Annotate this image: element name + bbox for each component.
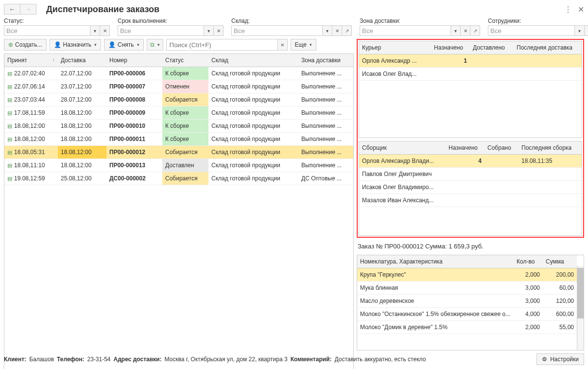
courier-col-header[interactable]: Последняя доставка (514, 41, 582, 54)
cell-warehouse: Склад готовой продукции (208, 146, 298, 159)
table-row[interactable]: Исаков Олег Владимиро... (359, 181, 582, 194)
table-row[interactable]: ▤17.08,11:5918.08,12:00ПР00-000009К сбор… (4, 106, 353, 120)
picker-col-header[interactable]: Собрано (484, 141, 519, 155)
courier-col-header[interactable]: Курьер (359, 41, 431, 54)
clear-icon[interactable]: ✕ (461, 25, 470, 36)
document-icon: ▤ (7, 84, 12, 89)
cell-num: ПР00-000012 (106, 146, 162, 159)
revoke-button[interactable]: 👤 Снять ▾ (104, 39, 144, 51)
forward-button[interactable]: → (20, 4, 36, 15)
cell-zone: Выполнение ... (298, 93, 353, 106)
plus-icon: ⊕ (8, 41, 13, 48)
cell-qty: 3,000 (514, 295, 543, 308)
courier-col-header[interactable]: Назначено (431, 41, 470, 54)
courier-col-header[interactable]: Доставлено (470, 41, 514, 54)
cell-accepted: ▤22.07,06:14 (4, 80, 58, 93)
dropdown-icon[interactable]: ▾ (575, 25, 585, 36)
filter-staff-input[interactable] (488, 25, 575, 36)
assign-button[interactable]: 👤 Назначить ▾ (50, 39, 101, 51)
table-row[interactable]: Мазалов Иван Александ... (359, 194, 582, 207)
dropdown-icon[interactable]: ▾ (204, 25, 214, 36)
vscrollbar[interactable] (577, 266, 584, 350)
courier-table[interactable]: КурьерНазначеноДоставленоПоследняя доста… (359, 41, 582, 81)
table-row[interactable]: Павлов Олег Дмитриевич (359, 168, 582, 181)
items-col-header[interactable]: Сумма (543, 255, 577, 268)
orders-col-header[interactable]: Номер (106, 54, 162, 67)
cell-status: К сборке (162, 67, 208, 80)
table-row[interactable]: ▤23.07,03:4428.07,12:00ПР00-000008Собира… (4, 93, 353, 106)
cell-num: ПР00-000013 (106, 159, 162, 172)
items-col-header[interactable]: Кол-во (514, 255, 543, 268)
table-row[interactable]: Молоко "Останкинское" 1.5% обезжиренное … (357, 308, 577, 321)
table-row[interactable]: ▤18.08,12:0018.08,12:00ПР00-000011К сбор… (4, 133, 353, 146)
table-row[interactable]: Мука блинная3,00060,00 (357, 281, 577, 295)
dropdown-icon[interactable]: ▾ (90, 25, 100, 36)
client-label: Клиент: (4, 356, 26, 363)
clear-icon[interactable]: ✕ (100, 25, 110, 36)
cell-last (519, 181, 582, 194)
filter-warehouse-input[interactable] (231, 25, 323, 36)
orders-col-header[interactable]: Доставка (58, 54, 106, 67)
create-button[interactable]: ⊕ Создать... (4, 39, 47, 51)
dropdown-icon[interactable]: ▾ (451, 25, 461, 36)
cell-assigned: 4 (446, 155, 484, 168)
cell-name: Исаков Олег Влад... (359, 68, 431, 81)
clear-search-icon[interactable]: ✕ (278, 39, 288, 51)
filter-deadline-input[interactable] (118, 25, 204, 36)
cell-warehouse: Склад готовой продукции (208, 133, 298, 146)
cell-warehouse: Склад готовой продукции (208, 67, 298, 80)
clear-icon[interactable]: ✕ (585, 25, 588, 36)
table-row[interactable]: ▤22.07,06:1423.07,12:00ПР00-000007Отмене… (4, 80, 353, 93)
table-row[interactable]: Крупа "Геркулес"2,000200,00 (357, 268, 577, 281)
table-row[interactable]: ▤18.08,11:1018.08,12:00ПР00-000013Достав… (4, 159, 353, 172)
table-row[interactable]: ▤22.07,02:4022.07,12:00ПР00-000006К сбор… (4, 67, 353, 80)
table-row[interactable]: Исаков Олег Влад... (359, 68, 582, 81)
filter-zone-label: Зона доставки: (360, 18, 480, 24)
cell-num: ДС00-000002 (106, 172, 162, 185)
orders-col-header[interactable]: Статус (162, 54, 208, 67)
open-icon[interactable]: ↗ (342, 25, 352, 36)
cell-zone: Выполнение ... (298, 80, 353, 93)
cell-picked (484, 155, 519, 168)
dropdown-icon[interactable]: ▾ (323, 25, 332, 36)
table-row[interactable]: ▤19.08,12:5925.08,12:00ДС00-000002Собира… (4, 172, 353, 185)
table-row[interactable]: Орлов Александр ...1 (359, 54, 582, 68)
table-row[interactable]: ▤18.08,12:0018.08,12:00ПР00-000010К сбор… (4, 120, 353, 133)
orders-table[interactable]: Принят↓ДоставкаНомерСтатусСкладЗона дост… (4, 54, 353, 185)
cell-status: К сборке (162, 120, 208, 133)
orders-col-header[interactable]: Зона доставки (298, 54, 353, 67)
table-row[interactable]: Масло деревенское3,000120,00 (357, 295, 577, 308)
orders-col-header[interactable]: Принят↓ (4, 54, 58, 67)
picker-col-header[interactable]: Последняя сборка (519, 141, 582, 155)
picker-col-header[interactable]: Сборщик (359, 141, 446, 155)
table-row[interactable]: Молоко "Домик в деревне" 1.5%2,00055,00 (357, 321, 577, 334)
search-input[interactable] (166, 39, 278, 51)
picker-table[interactable]: СборщикНазначеноСобраноПоследняя сборка … (359, 141, 582, 207)
clear-icon[interactable]: ✕ (214, 25, 224, 36)
copy-button[interactable]: ⧉ ▾ (147, 39, 163, 51)
settings-button[interactable]: ⚙ Настройки (536, 353, 584, 365)
cell-assigned (446, 168, 484, 181)
open-icon[interactable]: ↗ (470, 25, 480, 36)
cell-delivered (470, 68, 514, 81)
table-row[interactable]: Орлов Александр Влади...418.08,11:35 (359, 155, 582, 168)
table-row[interactable]: ▤18.08,05:3118.08,12:00ПР00-000012Собира… (4, 146, 353, 159)
cell-name: Павлов Олег Дмитриевич (359, 168, 446, 181)
cell-name: Масло деревенское (357, 295, 514, 308)
cell-accepted: ▤17.08,11:59 (4, 106, 58, 120)
clear-icon[interactable]: ✕ (332, 25, 342, 36)
close-icon[interactable]: ✕ (578, 5, 584, 14)
items-col-header[interactable]: Номеклатура, Характеристика (357, 255, 514, 268)
kebab-icon[interactable]: ⋮ (564, 5, 572, 14)
cell-accepted: ▤22.07,02:40 (4, 67, 58, 80)
orders-col-header[interactable]: Склад (208, 54, 298, 67)
back-button[interactable]: ← (4, 4, 20, 15)
items-table[interactable]: Номеклатура, ХарактеристикаКол-воСумма К… (357, 255, 577, 334)
document-icon: ▤ (7, 97, 12, 103)
cell-status: К сборке (162, 133, 208, 146)
picker-col-header[interactable]: Назначено (446, 141, 484, 155)
more-button[interactable]: Еще ▾ (291, 39, 316, 51)
filter-zone-input[interactable] (360, 25, 451, 36)
cell-status: Доставлен (162, 159, 208, 172)
filter-status-input[interactable] (4, 25, 90, 36)
